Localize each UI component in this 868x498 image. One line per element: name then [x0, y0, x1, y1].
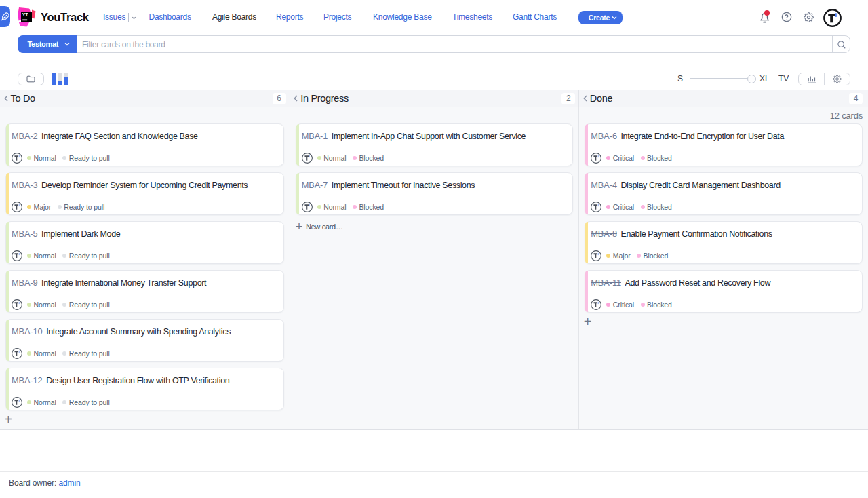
svg-text:YT: YT [22, 12, 28, 17]
